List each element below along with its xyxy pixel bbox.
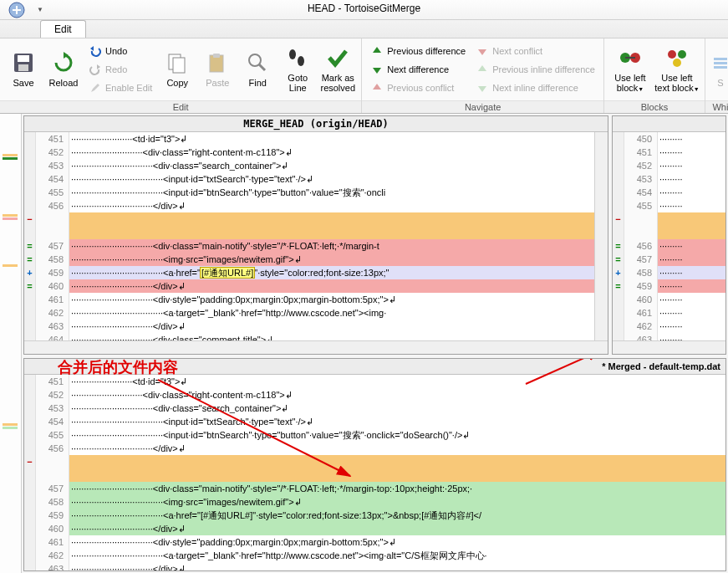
- pane-merged: 合并后的文件内容 * Merged - default-temp.dat 451…: [23, 358, 726, 571]
- code-line[interactable]: 453·········: [613, 172, 725, 186]
- svg-rect-2: [18, 55, 29, 62]
- overview-gutter[interactable]: [0, 114, 22, 573]
- next-inline-button[interactable]: Next inline difference: [472, 79, 598, 97]
- svg-point-11: [298, 56, 304, 66]
- svg-point-8: [249, 54, 261, 66]
- code-line[interactable]: [24, 226, 594, 239]
- code-line[interactable]: [613, 226, 725, 239]
- code-line[interactable]: 462····································<…: [24, 306, 594, 320]
- code-line[interactable]: 452····························<div·clas…: [24, 388, 725, 402]
- partial-button-1[interactable]: S: [710, 40, 728, 97]
- svg-rect-5: [173, 58, 185, 73]
- qat-dropdown-icon[interactable]: ▼: [37, 6, 43, 13]
- use-left-text-block-button[interactable]: Use left text block▼: [654, 40, 700, 97]
- redo-button[interactable]: Redo: [85, 60, 155, 79]
- svg-rect-3: [18, 64, 28, 71]
- code-line[interactable]: 462·········: [613, 320, 725, 333]
- code-line[interactable]: 460································</div…: [24, 522, 725, 535]
- code-line[interactable]: 458····································<…: [24, 495, 725, 509]
- code-line[interactable]: 452·········: [613, 159, 725, 172]
- code-line[interactable]: 452····························<div·clas…: [24, 146, 594, 159]
- group-label-navigate: Navigate: [362, 100, 603, 113]
- code-line[interactable]: −: [24, 212, 594, 226]
- code-line[interactable]: 451························<td·id="t3">↲: [24, 132, 594, 146]
- code-line[interactable]: −: [613, 212, 725, 226]
- code-line[interactable]: 459····································<…: [24, 509, 725, 522]
- enable-edit-button[interactable]: Enable Edit: [85, 79, 155, 97]
- save-button[interactable]: Save: [4, 40, 43, 97]
- code-area-bottom[interactable]: 451························<td·id="t3">↲…: [24, 375, 725, 570]
- next-conflict-button[interactable]: Next conflict: [472, 42, 598, 60]
- paste-button[interactable]: Paste: [198, 40, 237, 97]
- code-line[interactable]: 463·········: [613, 333, 725, 340]
- code-line[interactable]: =458····································…: [24, 253, 594, 266]
- svg-point-10: [289, 49, 296, 59]
- code-line[interactable]: 450·········: [613, 132, 725, 146]
- find-button[interactable]: Find: [238, 40, 277, 97]
- window-title: HEAD - TortoiseGitMerge: [308, 3, 420, 14]
- next-diff-button[interactable]: Next difference: [367, 60, 469, 79]
- ribbon: Save Reload Undo Redo Enable Edit Copy P…: [0, 38, 728, 114]
- svg-rect-7: [213, 54, 220, 58]
- code-line[interactable]: 455····································<…: [24, 186, 594, 199]
- code-line[interactable]: 464································<div·…: [24, 333, 594, 340]
- code-line[interactable]: =457································<div…: [24, 239, 594, 253]
- code-line[interactable]: =457·········: [613, 253, 725, 266]
- code-line[interactable]: 453································<div·…: [24, 159, 594, 172]
- reload-button[interactable]: Reload: [44, 40, 83, 97]
- code-line[interactable]: 460·········: [613, 293, 725, 306]
- code-line[interactable]: 454····································<…: [24, 415, 725, 428]
- pane-title-merge-head: MERGE_HEAD (origin/HEAD): [24, 116, 608, 132]
- svg-point-16: [673, 59, 681, 67]
- mark-resolved-button[interactable]: Mark as resolved: [318, 40, 357, 97]
- app-icon: [0, 0, 33, 20]
- scrollbar-h[interactable]: [24, 340, 608, 354]
- code-line[interactable]: 456································</div…: [24, 199, 594, 212]
- group-label-edit: Edit: [0, 100, 361, 113]
- svg-rect-17: [714, 58, 727, 60]
- code-line[interactable]: =460································</di…: [24, 279, 594, 293]
- pane-merge-head: MERGE_HEAD (origin/HEAD) 451············…: [23, 115, 608, 355]
- code-line[interactable]: =459·········: [613, 279, 725, 293]
- code-area-top-left[interactable]: 451························<td·id="t3">↲…: [24, 132, 594, 340]
- code-line[interactable]: =456·········: [613, 239, 725, 253]
- group-label-blocks: Blocks: [604, 100, 705, 113]
- code-line[interactable]: 463································</div…: [24, 320, 594, 333]
- pane-head: 450·········451·········452·········453·…: [612, 115, 726, 355]
- code-line[interactable]: 455·········: [613, 199, 725, 212]
- code-line[interactable]: 456································</div…: [24, 442, 725, 455]
- code-line[interactable]: 454·········: [613, 186, 725, 199]
- code-line[interactable]: +458·········: [613, 266, 725, 279]
- code-line[interactable]: 455····································<…: [24, 428, 725, 442]
- code-line[interactable]: 463································</div…: [24, 562, 725, 570]
- svg-point-15: [678, 50, 686, 59]
- code-line[interactable]: 451························<td·id="t3">↲: [24, 375, 725, 388]
- scrollbar-v[interactable]: [594, 132, 608, 340]
- undo-button[interactable]: Undo: [85, 42, 155, 60]
- code-line[interactable]: 451·········: [613, 146, 725, 159]
- prev-diff-button[interactable]: Previous difference: [367, 42, 469, 60]
- use-left-block-button[interactable]: Use left block▼: [608, 40, 652, 97]
- group-label-partial: Whi: [705, 100, 728, 113]
- tab-edit[interactable]: Edit: [40, 20, 86, 38]
- prev-inline-button[interactable]: Previous inline difference: [472, 60, 598, 79]
- code-line[interactable]: +459····································…: [24, 266, 594, 279]
- code-line[interactable]: 454····································<…: [24, 172, 594, 186]
- code-line[interactable]: 462····································<…: [24, 549, 725, 562]
- pane-title-head: [613, 116, 725, 132]
- scrollbar-h[interactable]: [613, 340, 725, 354]
- svg-rect-19: [714, 66, 727, 69]
- code-line[interactable]: 453································<div·…: [24, 402, 725, 415]
- code-line[interactable]: 461································<div·…: [24, 293, 594, 306]
- prev-conflict-button[interactable]: Previous conflict: [367, 79, 469, 97]
- pane-title-merged: 合并后的文件内容 * Merged - default-temp.dat: [24, 359, 725, 375]
- copy-button[interactable]: Copy: [158, 40, 196, 97]
- code-line[interactable]: −: [24, 455, 725, 468]
- goto-line-button[interactable]: Goto Line: [278, 40, 317, 97]
- svg-line-9: [259, 64, 265, 70]
- code-line[interactable]: 461································<div·…: [24, 535, 725, 549]
- code-line[interactable]: 457································<div·…: [24, 482, 725, 495]
- code-line[interactable]: 461·········: [613, 306, 725, 320]
- code-line[interactable]: [24, 468, 725, 482]
- code-area-top-right[interactable]: 450·········451·········452·········453·…: [613, 132, 725, 340]
